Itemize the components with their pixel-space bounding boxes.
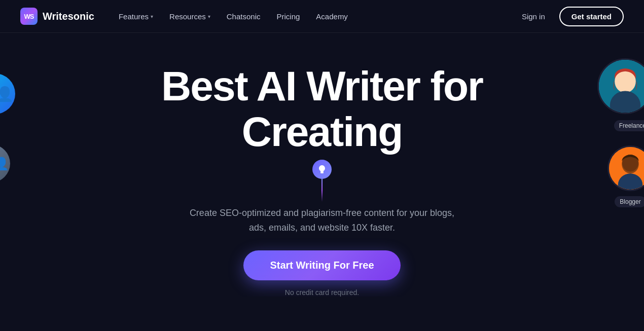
nav-item-pricing[interactable]: Pricing: [270, 8, 306, 25]
navbar-left: WS Writesonic Features ▾ Resources ▾ Cha…: [20, 8, 354, 25]
getstarted-button[interactable]: Get started: [559, 7, 624, 26]
avatar-partial-top: 👤: [0, 73, 15, 114]
avatar-left-group: 👤 👤: [0, 73, 15, 182]
hero-section: 👤 👤 Freelancer: [0, 33, 644, 297]
nav-item-chatsonic[interactable]: Chatsonic: [221, 8, 267, 25]
no-credit-card-text: No credit card required.: [285, 288, 359, 297]
avatar-freelancer-image: [599, 60, 644, 113]
cursor-bubble: [312, 160, 332, 179]
nav-links: Features ▾ Resources ▾ Chatsonic Pricing…: [113, 8, 354, 25]
nav-item-resources[interactable]: Resources ▾: [163, 8, 217, 25]
avatar-blogger: [607, 145, 644, 191]
nav-item-academy[interactable]: Academy: [310, 8, 354, 25]
cursor-area: [312, 160, 332, 202]
avatar-right-top-group: Freelancer Blogger: [597, 58, 644, 207]
blogger-label: Blogger: [615, 196, 644, 207]
navbar: WS Writesonic Features ▾ Resources ▾ Cha…: [0, 0, 644, 33]
chevron-down-icon: ▾: [151, 14, 153, 19]
svg-rect-7: [320, 172, 324, 173]
signin-button[interactable]: Sign in: [516, 8, 551, 25]
chevron-down-icon: ▾: [208, 14, 210, 19]
avatar-blogger-image: [609, 147, 644, 190]
navbar-right: Sign in Get started: [516, 7, 624, 26]
cta-button[interactable]: Start Writing For Free: [243, 250, 400, 280]
cursor-line: [321, 179, 323, 202]
logo[interactable]: WS Writesonic: [20, 8, 94, 25]
logo-icon: WS: [20, 8, 38, 25]
brand-name: Writesonic: [43, 11, 94, 22]
hero-subtitle: Create SEO-optimized and plagiarism-free…: [185, 206, 459, 235]
hero-title: Best AI Writer for Creating: [94, 63, 550, 155]
avatar-freelancer: [597, 58, 644, 114]
nav-item-features[interactable]: Features ▾: [113, 8, 159, 25]
freelancer-label: Freelancer: [614, 120, 644, 131]
avatar-partial-bottom: 👤: [0, 144, 10, 182]
